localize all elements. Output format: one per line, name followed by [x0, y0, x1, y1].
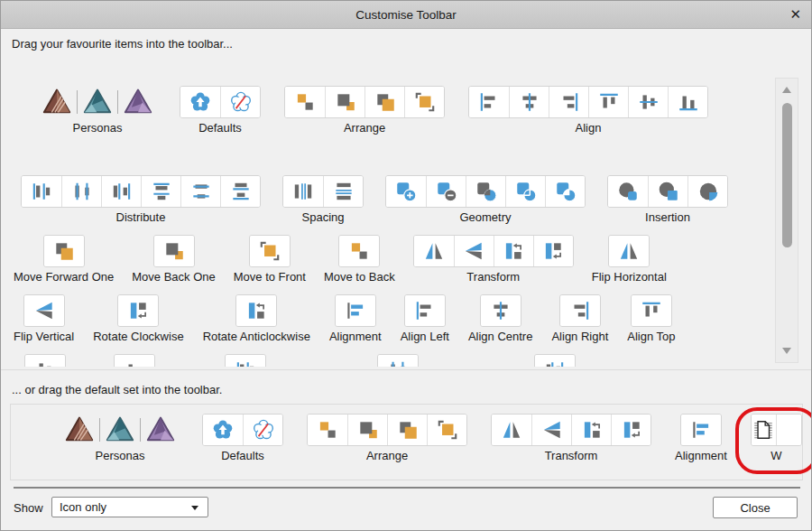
persona-publisher-icon: [42, 87, 72, 117]
flip-v-button[interactable]: [531, 415, 571, 445]
move-forward-one-button[interactable]: [44, 236, 84, 266]
dist-top-button[interactable]: [141, 176, 180, 207]
dist-right-button[interactable]: [535, 355, 575, 367]
flip-h-icon: [422, 239, 446, 263]
move-to-front-button[interactable]: [250, 236, 290, 266]
alignment-button[interactable]: [336, 295, 375, 326]
dist-bottom-button[interactable]: [220, 176, 260, 207]
palette-scrollbar[interactable]: [775, 78, 798, 363]
align-middle-button[interactable]: [628, 87, 668, 117]
move-to-back-icon: [293, 90, 317, 114]
align-bottom-button[interactable]: [668, 87, 707, 117]
group-label: Insertion: [645, 210, 690, 224]
align-top-button[interactable]: [588, 87, 628, 117]
show-dropdown[interactable]: Icon only: [51, 497, 208, 517]
space-v-button[interactable]: [323, 176, 363, 207]
scrollbar-thumb[interactable]: [782, 103, 792, 247]
group-label: Move Back One: [132, 270, 216, 284]
move-to-back-button[interactable]: [339, 236, 379, 266]
align-centre-button[interactable]: [481, 295, 521, 326]
ins-inside-button[interactable]: [687, 176, 727, 207]
rotate-acw-button[interactable]: [236, 295, 276, 326]
group-transform: Transform: [413, 235, 574, 284]
persona-photo-item[interactable]: [120, 86, 156, 118]
align-left-button[interactable]: [405, 295, 445, 326]
ins-behind-button[interactable]: [608, 176, 648, 207]
group-w: W: [751, 414, 802, 462]
align-left-button[interactable]: [469, 87, 509, 117]
rotate-cw-icon: [541, 239, 565, 263]
move-to-front-button[interactable]: [427, 415, 466, 445]
palette-row-2: DistributeSpacingGeometryInsertion: [10, 175, 772, 235]
dist-right-button[interactable]: [101, 176, 141, 207]
align-middle-button[interactable]: [25, 355, 65, 367]
move-to-back-button[interactable]: [285, 87, 325, 117]
flip-v-button[interactable]: [454, 236, 494, 266]
geo-intersect-icon: [475, 180, 498, 203]
scroll-down-icon[interactable]: [782, 348, 791, 354]
move-forward-one-button[interactable]: [364, 87, 404, 117]
persona-publisher-item[interactable]: [61, 414, 97, 446]
move-forward-one-button[interactable]: [387, 415, 427, 445]
show-dropdown-value: Icon only: [60, 500, 106, 514]
rotate-acw-button[interactable]: [571, 415, 611, 445]
close-button[interactable]: Close: [713, 497, 798, 518]
flip-h-button[interactable]: [492, 415, 531, 445]
rotate-cw-button[interactable]: [118, 295, 158, 326]
group-align-right: Align Right: [551, 294, 608, 343]
move-back-one-button[interactable]: [347, 415, 387, 445]
align-centre-button[interactable]: [509, 87, 549, 117]
group-label: Alignment: [329, 330, 382, 343]
move-back-one-button[interactable]: [325, 87, 364, 117]
scroll-up-icon[interactable]: [782, 87, 791, 93]
persona-photo-item[interactable]: [143, 414, 179, 446]
close-icon[interactable]: ✕: [789, 1, 801, 27]
geo-combine-button[interactable]: [545, 176, 585, 207]
dist-hcentre-button[interactable]: [378, 355, 418, 367]
move-back-one-button[interactable]: [154, 236, 194, 266]
geo-subtract-button[interactable]: [426, 176, 466, 207]
dist-left-button[interactable]: [226, 355, 265, 367]
persona-designer-item[interactable]: [102, 414, 138, 446]
move-to-back-button[interactable]: [308, 415, 347, 445]
move-to-front-button[interactable]: [404, 87, 444, 117]
space-h-button[interactable]: [283, 176, 323, 207]
group-move-to-front: Move to Front: [234, 235, 306, 284]
rotate-acw-button[interactable]: [494, 236, 533, 266]
align-top-button[interactable]: [632, 295, 671, 326]
defaults-add-button[interactable]: [180, 87, 220, 117]
defaults-clear-button[interactable]: [243, 415, 282, 445]
group-align: Align: [468, 86, 708, 135]
group-align-top: Align Top: [627, 294, 675, 343]
rotate-cw-button[interactable]: [533, 236, 573, 266]
geo-add-button[interactable]: [386, 176, 426, 207]
geo-intersect-button[interactable]: [466, 176, 505, 207]
wrap-button[interactable]: [752, 415, 776, 445]
align-bottom-button[interactable]: [115, 355, 154, 367]
geo-divide-button[interactable]: [505, 176, 545, 207]
defaults-clear-button[interactable]: [220, 87, 260, 117]
flip-h-button[interactable]: [609, 236, 649, 266]
group-personas: Personas: [61, 414, 179, 462]
flip-v-button[interactable]: [24, 295, 64, 326]
group-label: Personas: [73, 121, 123, 135]
button-group-geometry: [385, 175, 586, 208]
dialog-title: Customise Toolbar: [355, 8, 457, 22]
defaults-add-button[interactable]: [203, 415, 243, 445]
persona-publisher-item[interactable]: [39, 86, 75, 118]
rotate-cw-button[interactable]: [611, 415, 651, 445]
alignment-button[interactable]: [681, 415, 721, 445]
dist-hcentre-icon: [386, 359, 410, 367]
dist-vcentre-button[interactable]: [180, 176, 220, 207]
dist-left-button[interactable]: [22, 176, 61, 207]
persona-designer-item[interactable]: [79, 86, 115, 118]
group-label: W: [770, 449, 781, 462]
move-forward-one-icon: [374, 90, 397, 114]
ins-ontop-button[interactable]: [648, 176, 687, 207]
flip-h-button[interactable]: [414, 236, 454, 266]
button-group-align-right: [559, 294, 601, 327]
clipped-button[interactable]: [776, 415, 801, 445]
align-right-button[interactable]: [549, 87, 588, 117]
align-right-button[interactable]: [560, 295, 600, 326]
dist-hcentre-button[interactable]: [61, 176, 101, 207]
